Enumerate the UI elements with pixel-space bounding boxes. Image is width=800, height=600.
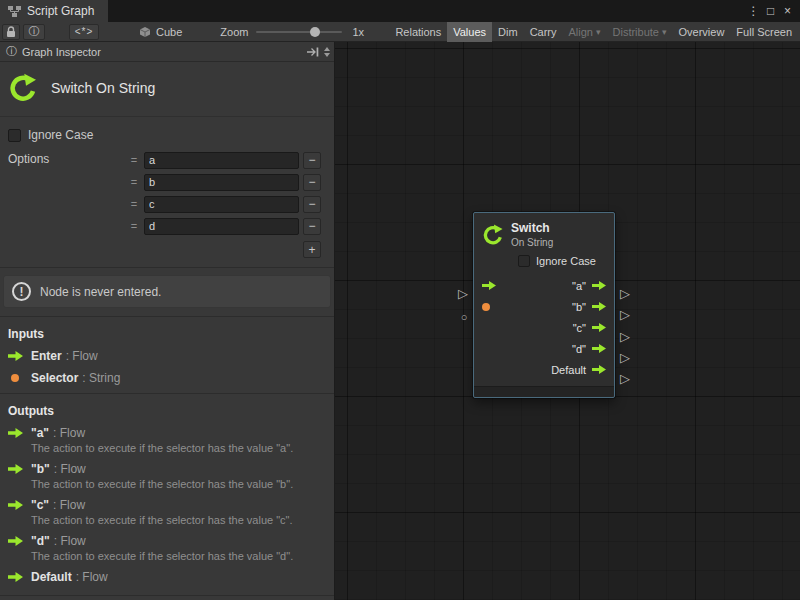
output-port-row: Default : Flow [8,570,326,584]
inspector-header: ⓘ Graph Inspector [0,42,334,62]
maximize-icon[interactable]: □ [762,4,779,18]
drag-handle-icon[interactable]: = [128,154,140,166]
ghost-output-triangle[interactable]: ▷ [618,329,632,345]
ghost-output-triangle[interactable]: ▷ [618,286,632,302]
node-output-label: Default [551,364,586,376]
option-row: = − [128,149,321,171]
remove-option-button[interactable]: − [303,152,321,169]
toolbar-button-carry[interactable]: Carry [524,22,563,42]
ghost-input-circle[interactable]: ○ [457,309,471,325]
option-row: = − [128,171,321,193]
output-port-icon[interactable] [592,323,606,332]
option-row: = − [128,193,321,215]
divider [0,316,334,317]
node-port-row: "c" [474,317,614,338]
output-port-icon[interactable] [592,344,606,353]
info-toggle-icon[interactable]: ⓘ [23,24,45,40]
option-input[interactable] [144,152,299,169]
ghost-input-triangle[interactable]: ▷ [456,286,470,302]
options-label: Options [8,152,49,166]
port-name: Selector [31,371,78,385]
remove-option-button[interactable]: − [303,218,321,235]
dock-icon[interactable] [307,47,319,57]
scroll-spinner[interactable] [324,47,330,57]
toolbar-button-dim[interactable]: Dim [492,22,524,42]
options-section: Options = − = − = − = [0,149,334,259]
zoom-slider-knob[interactable] [310,27,320,37]
ghost-output-triangle[interactable]: ▷ [618,350,632,366]
node-port-row: "d" [474,338,614,359]
toolbar-button-group: Relations Values Dim Carry Align ▾ Distr… [389,22,800,42]
toolbar-button-fullscreen[interactable]: Full Screen [730,22,798,42]
divider [0,595,334,596]
ignore-case-label: Ignore Case [28,128,93,142]
script-graph-window: Script Graph ⋮ □ × ⓘ <*> Cube Z [0,0,800,600]
switch-unit-icon [482,224,504,246]
remove-option-button[interactable]: − [303,174,321,191]
toolbar-button-values[interactable]: Values [447,22,492,42]
output-port-icon[interactable] [592,302,606,311]
toolbar-button-relations[interactable]: Relations [389,22,447,42]
align-label: Align [569,26,593,38]
option-input[interactable] [144,196,299,213]
port-description: The action to execute if the selector ha… [31,478,326,490]
node-port-row: "a" [474,275,614,296]
inspector-header-title: Graph Inspector [22,46,101,58]
distribute-label: Distribute [613,26,659,38]
port-name: "a" [31,426,49,440]
drag-handle-icon[interactable]: = [128,220,140,232]
toolbar-button-distribute[interactable]: Distribute ▾ [607,22,673,42]
zoom-label: Zoom [220,26,248,38]
zoom-slider[interactable] [256,31,342,33]
flow-arrow-icon [8,536,23,546]
toolbar-button-overview[interactable]: Overview [673,22,731,42]
node-port-row: Default [474,359,614,380]
port-name: Enter [31,349,62,363]
node-port-row: "b" [474,296,614,317]
code-view-icon[interactable]: <*> [69,24,99,40]
node-ignore-case-checkbox[interactable] [518,255,530,267]
unit-title: Switch On String [51,80,155,96]
output-port-icon[interactable] [592,365,606,374]
tab-script-graph[interactable]: Script Graph [0,0,108,22]
input-port-row: Enter : Flow [8,349,326,363]
port-description: The action to execute if the selector ha… [31,550,326,562]
ghost-output-triangle[interactable]: ▷ [618,307,632,323]
node-ignore-case-row: Ignore Case [474,250,614,267]
window-titlebar: Script Graph ⋮ □ × [0,0,800,22]
lock-icon[interactable] [2,24,20,40]
drag-handle-icon[interactable]: = [128,198,140,210]
divider [0,267,334,268]
drag-handle-icon[interactable]: = [128,176,140,188]
toolbar-button-align[interactable]: Align ▾ [563,22,607,42]
close-icon[interactable]: × [779,4,796,18]
flow-arrow-icon [8,500,23,510]
enter-port-icon[interactable] [482,281,496,290]
info-icon: ⓘ [6,44,17,59]
option-input[interactable] [144,218,299,235]
unit-title-block: Switch On String [0,62,334,117]
add-option-button[interactable]: + [303,241,321,258]
graph-inspector-panel: ⓘ Graph Inspector Switch On String [0,42,335,600]
node-title: Switch [511,221,553,235]
warning-box: ! Node is never entered. [3,275,331,308]
option-input[interactable] [144,174,299,191]
object-picker[interactable]: Cube [139,26,182,38]
port-type: : Flow [76,570,108,584]
ghost-output-triangle[interactable]: ▷ [618,371,632,387]
node-output-label: "d" [572,343,586,355]
remove-option-button[interactable]: − [303,196,321,213]
ignore-case-row: Ignore Case [8,128,334,142]
switch-on-string-node[interactable]: Switch On String Ignore Case "a" [473,212,615,398]
output-port-icon[interactable] [592,281,606,290]
port-type: : Flow [66,349,98,363]
graph-icon [8,5,21,18]
graph-canvas[interactable]: Switch On String Ignore Case "a" [335,42,800,600]
ignore-case-checkbox[interactable] [8,129,21,142]
chevron-down-icon: ▾ [662,27,667,37]
kebab-menu-icon[interactable]: ⋮ [745,4,762,18]
window-controls: ⋮ □ × [745,0,800,22]
port-type: : Flow [53,498,85,512]
warning-text: Node is never entered. [40,285,161,299]
selector-port-icon[interactable] [482,303,490,311]
